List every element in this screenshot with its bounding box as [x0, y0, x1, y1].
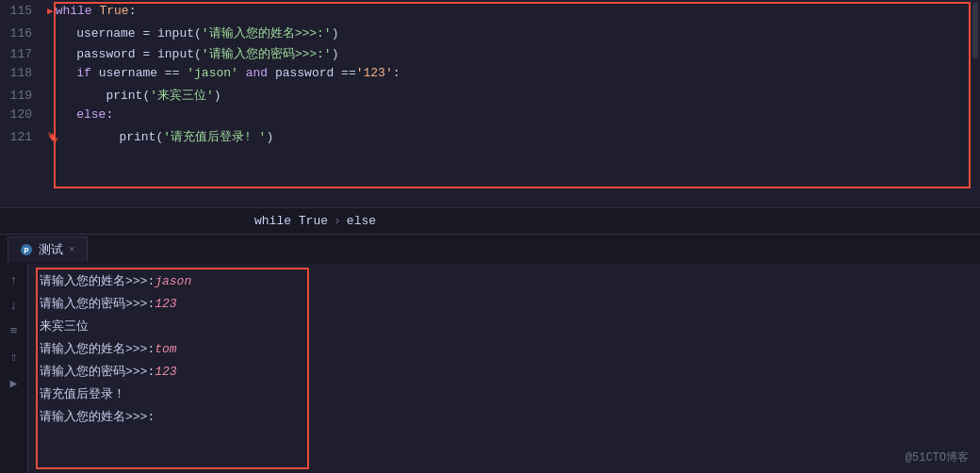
terminal-line: 请输入您的密码>>>:123	[40, 294, 969, 315]
token: password ==	[275, 66, 356, 80]
line-number: 116	[0, 26, 47, 41]
terminal-user-input: jason	[155, 274, 191, 288]
token: '请输入您的密码>>>:'	[202, 47, 332, 61]
token: and	[238, 66, 275, 80]
token: '请输入您的姓名>>>:'	[202, 26, 332, 41]
token: 'jason'	[187, 66, 238, 80]
token: '请充值后登录! '	[163, 130, 266, 144]
token: '来宾三位'	[150, 89, 214, 103]
scroll-down-button[interactable]: ↓	[8, 297, 20, 315]
token: '123'	[356, 66, 393, 80]
terminal-tab-bar: P 测试 ×	[0, 234, 980, 264]
code-line: 116 username = input('请输入您的姓名>>>:')	[0, 24, 980, 45]
watermark: @51CTO博客	[906, 449, 969, 465]
clear-button[interactable]: ⇧	[8, 348, 20, 367]
terminal-prefix: 请输入您的姓名>>>:	[40, 342, 155, 356]
terminal-sidebar: ↑ ↓ ≡ ⇧ ▶	[0, 264, 28, 473]
terminal-user-input: 123	[155, 365, 176, 379]
terminal-prefix: 请充值后登录！	[40, 387, 125, 401]
python-icon: P	[20, 243, 33, 256]
terminal-tab-close[interactable]: ×	[69, 244, 75, 255]
line-number: 119	[0, 89, 47, 103]
line-content: username = input('请输入您的姓名>>>:')	[47, 24, 980, 41]
debug-arrow: ▶	[47, 6, 54, 17]
terminal-user-input: 123	[155, 297, 176, 311]
code-line: 118 if username == 'jason' and password …	[0, 66, 980, 87]
terminal-output: 请输入您的姓名>>>:jason请输入您的密码>>>:123来宾三位请输入您的姓…	[40, 271, 969, 428]
terminal-line: 请输入您的姓名>>>:tom	[40, 339, 969, 360]
breadcrumb-part1: while True	[254, 214, 328, 228]
scroll-up-button[interactable]: ↑	[8, 271, 20, 289]
terminal-prefix: 来宾三位	[40, 319, 89, 334]
scroll-hint	[972, 2, 978, 58]
terminal-content: 请输入您的姓名>>>:jason请输入您的密码>>>:123来宾三位请输入您的姓…	[28, 264, 980, 473]
token: :	[393, 66, 400, 80]
token: username = input(	[47, 26, 202, 41]
code-editor: 115▶while True:116 username = input('请输入…	[0, 0, 980, 207]
terminal-tab[interactable]: P 测试 ×	[8, 236, 88, 262]
token	[47, 66, 76, 80]
code-line: 119 print('来宾三位')	[0, 87, 980, 107]
token: )	[266, 130, 273, 144]
terminal-line: 请充值后登录！	[40, 384, 969, 405]
token: print(	[47, 89, 150, 103]
line-content: else:	[47, 107, 980, 122]
code-line: 120 else:	[0, 107, 980, 128]
terminal-user-input: tom	[155, 342, 176, 356]
terminal-line: 请输入您的姓名>>>:	[40, 407, 969, 428]
line-content: 🔖 print('请充值后登录! ')	[47, 128, 980, 145]
terminal-line: 请输入您的密码>>>:123	[40, 362, 969, 383]
code-line: 117 password = input('请输入您的密码>>>:')	[0, 45, 980, 66]
token: while	[56, 4, 100, 18]
breadcrumb-bar: while True › else	[0, 207, 980, 234]
line-content: if username == 'jason' and password =='1…	[47, 66, 980, 80]
token: username ==	[99, 66, 188, 80]
bookmark-icon: 🔖	[47, 133, 58, 143]
svg-text:P: P	[24, 247, 29, 256]
breadcrumb-sep: ›	[334, 214, 341, 228]
line-number: 118	[0, 66, 47, 80]
token: )	[214, 89, 221, 103]
line-number: 115	[0, 4, 47, 18]
token: )	[332, 26, 339, 41]
line-number: 117	[0, 47, 47, 61]
line-content: ▶while True:	[47, 4, 980, 18]
breadcrumb-part2: else	[347, 214, 376, 228]
terminal-prefix: 请输入您的密码>>>:	[40, 297, 155, 311]
token: print(	[60, 130, 163, 144]
line-number: 121	[0, 130, 47, 144]
line-content: password = input('请输入您的密码>>>:')	[47, 45, 980, 62]
token: password = input(	[47, 47, 202, 61]
code-lines: 115▶while True:116 username = input('请输入…	[0, 0, 980, 153]
terminal-line: 请输入您的姓名>>>:jason	[40, 271, 969, 292]
terminal-line: 来宾三位	[40, 317, 969, 337]
code-line: 115▶while True:	[0, 4, 980, 24]
token: :	[106, 107, 113, 122]
filter-button[interactable]: ≡	[8, 322, 20, 340]
line-number: 120	[0, 107, 47, 122]
token: )	[332, 47, 339, 61]
terminal-prefix: 请输入您的密码>>>:	[40, 365, 155, 379]
token: :	[129, 4, 137, 18]
token: True	[99, 4, 128, 18]
token: if	[76, 66, 98, 80]
terminal-tab-label: 测试	[39, 241, 63, 258]
code-line: 121🔖 print('请充值后登录! ')	[0, 128, 980, 149]
terminal-area: ↑ ↓ ≡ ⇧ ▶ 请输入您的姓名>>>:jason请输入您的密码>>>:123…	[0, 264, 980, 473]
terminal-prefix: 请输入您的姓名>>>:	[40, 274, 155, 288]
token	[47, 107, 76, 122]
line-content: print('来宾三位')	[47, 87, 980, 104]
terminal-prefix: 请输入您的姓名>>>:	[40, 410, 155, 424]
run-button[interactable]: ▶	[8, 374, 20, 393]
token: else	[76, 107, 106, 122]
